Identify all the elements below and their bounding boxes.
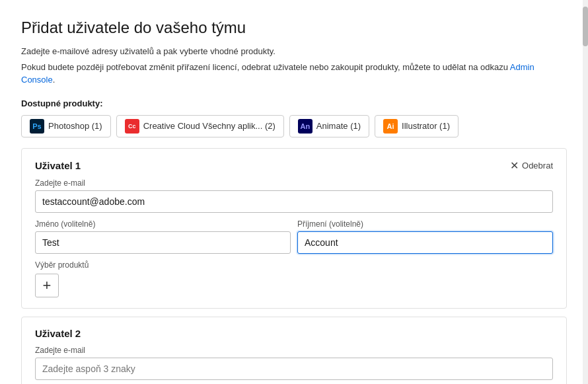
plus-icon: + [43,277,52,294]
lastname-field-user1: Příjmení (volitelně) [297,219,553,254]
user1-title: Uživatel 1 [35,160,81,171]
firstname-input-user1[interactable] [35,231,291,254]
lastname-input-user1[interactable] [297,231,553,254]
product-chip-cc[interactable]: Cc Creative Cloud Všechny aplik... (2) [116,115,284,137]
name-row-user1: Jméno (volitelně) Příjmení (volitelně) [35,219,553,254]
email-label-user1: Zadejte e-mail [35,178,553,188]
email-label-user2: Zadejte e-mail [35,346,553,355]
firstname-field-user1: Jméno (volitelně) [35,219,291,254]
product-chip-photoshop[interactable]: Ps Photoshop (1) [21,115,111,137]
products-row: Ps Photoshop (1) Cc Creative Cloud Všech… [21,115,567,137]
user2-title: Uživatel 2 [35,328,553,339]
remove-label: Odebrat [522,161,553,171]
photoshop-label: Photoshop (1) [48,121,102,131]
animate-label: Animate (1) [316,121,361,131]
available-products-label: Dostupné produkty: [21,98,567,108]
user1-header: Uživatel 1 ✕ Odebrat [35,159,553,172]
cc-icon: Cc [125,119,139,134]
product-chip-animate[interactable]: An Animate (1) [289,115,369,137]
user1-section: Uživatel 1 ✕ Odebrat Zadejte e-mail Jmén… [21,148,567,309]
photoshop-icon: Ps [30,119,44,134]
modal-title: Přidat uživatele do vašeho týmu [21,19,567,37]
modal-desc-2: Pokud budete později potřebovat změnit p… [21,61,567,87]
remove-user1-button[interactable]: ✕ Odebrat [510,159,553,172]
illustrator-label: Illustrator (1) [402,121,450,131]
products-select-label-user1: Výběr produktů [35,260,553,270]
close-icon: ✕ [510,159,519,172]
user2-section: Uživatel 2 Zadejte e-mail [21,317,567,385]
illustrator-icon: Ai [383,119,398,134]
add-product-button-user1[interactable]: + [35,274,59,297]
cc-label: Creative Cloud Všechny aplik... (2) [143,121,276,131]
firstname-label-user1: Jméno (volitelně) [35,219,291,229]
add-users-modal: Přidat uživatele do vašeho týmu Zadejte … [0,0,588,384]
modal-desc-1: Zadejte e-mailové adresy uživatelů a pak… [21,45,567,58]
email-input-user1[interactable] [35,190,553,213]
scrollbar-track[interactable] [583,0,588,384]
animate-icon: An [298,119,312,134]
lastname-label-user1: Příjmení (volitelně) [297,219,553,229]
product-chip-illustrator[interactable]: Ai Illustrator (1) [375,115,459,137]
scrollbar-thumb[interactable] [583,7,588,46]
email-input-user2[interactable] [35,358,553,380]
